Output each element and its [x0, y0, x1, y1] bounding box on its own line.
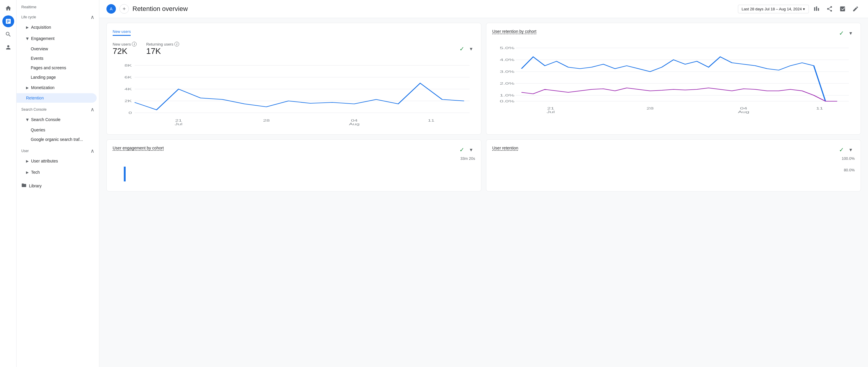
svg-text:0: 0	[129, 111, 132, 115]
icon-rail	[0, 0, 17, 367]
edit-icon[interactable]	[850, 4, 861, 14]
landing-page-label: Landing page	[31, 75, 56, 80]
sidebar-item-engagement[interactable]: ▾ Engagement	[17, 33, 97, 44]
audience-icon[interactable]	[2, 41, 14, 53]
acquisition-label: Acquisition	[31, 25, 51, 30]
lifecycle-chevron[interactable]: ∧	[90, 14, 94, 21]
date-range-value: Jul 18 – Aug 14, 2024	[765, 7, 802, 11]
cohort-chart-controls: ✓ ▾	[839, 29, 855, 37]
analytics-icon[interactable]	[2, 16, 14, 27]
search-console-section-header[interactable]: Search Console ∧	[17, 103, 99, 114]
returning-users-metric: Returning users i 17K	[146, 42, 179, 56]
new-users-tab[interactable]: New users	[113, 29, 131, 36]
engagement-check-icon: ✓	[459, 146, 464, 153]
retention-card-title: User retention	[492, 146, 518, 150]
new-users-value: 72K	[113, 47, 136, 56]
cohort-check-icon: ✓	[839, 30, 844, 37]
svg-text:Aug: Aug	[349, 122, 360, 126]
engagement-label: Engagement	[31, 36, 54, 41]
cohort-retention-chart-card: User retention by cohort ✓ ▾	[486, 23, 861, 135]
sidebar-item-pages-screens[interactable]: Pages and screens	[17, 63, 97, 73]
user-retention-card: User retention ✓ ▾ 100.0% 80.0%	[486, 139, 861, 192]
sidebar-item-queries[interactable]: Queries	[17, 125, 97, 135]
user-attributes-label: User attributes	[31, 159, 58, 163]
metrics-row: New users i 72K Returning users i 17K	[113, 42, 475, 56]
date-range-button[interactable]: Last 28 days Jul 18 – Aug 14, 2024 ▾	[738, 5, 809, 13]
sidebar-item-user-attributes[interactable]: ▸ User attributes	[17, 156, 97, 167]
engagement-expander: ▾	[26, 35, 29, 42]
retention-check-icon: ✓	[839, 146, 844, 153]
main-content: A + Retention overview Last 28 days Jul …	[99, 0, 868, 367]
retention-label: Retention	[26, 95, 44, 100]
svg-text:11: 11	[816, 107, 823, 110]
add-button[interactable]: +	[119, 4, 129, 13]
svg-text:28: 28	[647, 107, 654, 110]
user-section-header[interactable]: User ∧	[17, 144, 99, 156]
main-retention-chart-card: New users New users i 72K Returning user…	[106, 23, 481, 135]
monetization-label: Monetization	[31, 85, 54, 90]
user-chevron[interactable]: ∧	[90, 148, 94, 154]
svg-text:2K: 2K	[124, 99, 132, 103]
header-controls: Last 28 days Jul 18 – Aug 14, 2024 ▾	[738, 4, 861, 14]
overview-label: Overview	[31, 47, 48, 51]
sidebar-item-events[interactable]: Events	[17, 54, 97, 63]
new-users-info-icon[interactable]: i	[132, 42, 136, 47]
search-console-chevron[interactable]: ∧	[90, 106, 94, 113]
sidebar-item-acquisition[interactable]: ▸ Acquisition	[17, 22, 97, 33]
main-chart-check-icon: ✓	[459, 45, 464, 52]
returning-users-value: 17K	[146, 47, 179, 56]
svg-text:5.0%: 5.0%	[500, 46, 515, 50]
date-range-prefix: Last 28 days	[742, 7, 764, 11]
new-users-label: New users	[113, 42, 131, 47]
svg-text:04: 04	[740, 107, 747, 110]
sidebar-item-google-organic[interactable]: Google organic search traf...	[17, 135, 97, 144]
sidebar-item-monetization[interactable]: ▸ Monetization	[17, 82, 97, 93]
events-label: Events	[31, 56, 43, 61]
new-users-metric: New users i 72K	[113, 42, 136, 56]
tech-label: Tech	[31, 170, 40, 175]
engagement-card-title: User engagement by cohort	[113, 146, 164, 150]
user-section-label: User	[21, 149, 29, 153]
insights-icon[interactable]	[837, 4, 848, 14]
sidebar-item-retention[interactable]: Retention	[17, 93, 97, 103]
retention-dropdown-btn[interactable]: ▾	[846, 146, 855, 154]
search-nav-icon[interactable]	[2, 28, 14, 40]
sidebar-item-landing-page[interactable]: Landing page	[17, 73, 97, 82]
engagement-mini-chart	[113, 161, 475, 185]
sidebar-item-search-console-parent[interactable]: ▾ Search Console	[17, 114, 97, 125]
engagement-stat-value: 33m 20s	[113, 156, 475, 161]
main-chart-dropdown-btn[interactable]: ▾	[467, 45, 475, 53]
library-folder-icon	[21, 182, 27, 189]
sidebar-item-overview[interactable]: Overview	[17, 44, 97, 54]
share-icon[interactable]	[824, 4, 835, 14]
svg-text:6K: 6K	[124, 76, 132, 79]
avatar: A	[106, 4, 116, 13]
monetization-expander: ▸	[26, 84, 29, 91]
cohort-chart-svg-container: 5.0% 4.0% 3.0% 2.0% 1.0% 0.0% 21 Jul	[492, 42, 855, 120]
acquisition-expander: ▸	[26, 24, 29, 30]
svg-text:04: 04	[351, 119, 358, 122]
sidebar: Realtime Life cycle ∧ ▸ Acquisition ▾ En…	[17, 0, 99, 367]
cohort-dropdown-btn[interactable]: ▾	[846, 29, 855, 37]
svg-text:0.0%: 0.0%	[500, 100, 515, 103]
engagement-card-header: User engagement by cohort ✓ ▾	[113, 146, 475, 154]
returning-users-label: Returning users	[146, 42, 173, 47]
tech-expander: ▸	[26, 169, 29, 175]
sidebar-item-library[interactable]: Library	[17, 180, 97, 191]
svg-text:2.0%: 2.0%	[500, 82, 515, 86]
svg-text:Jul: Jul	[175, 122, 182, 126]
returning-users-info-icon[interactable]: i	[175, 42, 179, 47]
page-header: A + Retention overview Last 28 days Jul …	[99, 0, 868, 18]
engagement-chart-controls: ✓ ▾	[459, 146, 475, 154]
svg-text:28: 28	[263, 119, 270, 122]
compare-icon[interactable]	[811, 4, 822, 14]
sc-parent-label: Search Console	[31, 117, 61, 122]
google-organic-label: Google organic search traf...	[31, 137, 83, 142]
dashboard: New users New users i 72K Returning user…	[99, 18, 868, 196]
sidebar-item-tech[interactable]: ▸ Tech	[17, 167, 97, 178]
engagement-dropdown-btn[interactable]: ▾	[467, 146, 475, 154]
sc-parent-expander: ▾	[26, 116, 29, 123]
lifecycle-section-header[interactable]: Life cycle ∧	[17, 10, 99, 22]
home-icon[interactable]	[2, 2, 14, 14]
cohort-chart-title: User retention by cohort	[492, 29, 536, 34]
